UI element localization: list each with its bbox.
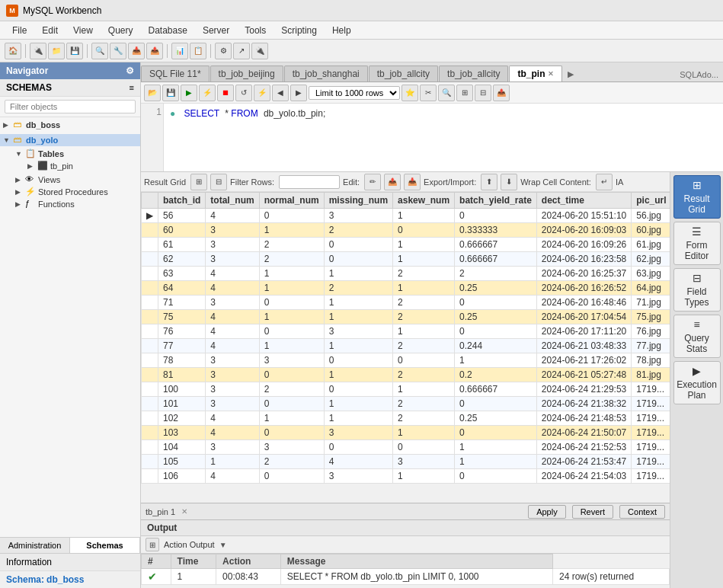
limit-select[interactable]: Limit to 1000 rows Limit to 500 rows Don… (309, 86, 400, 100)
import-button[interactable]: 📥 (404, 174, 421, 190)
schemas-config-icon[interactable]: ≡ (130, 83, 134, 92)
new-connection-button[interactable]: 🔌 (30, 43, 46, 59)
col-dect-time[interactable]: dect_time (536, 193, 631, 209)
table-row[interactable]: 76403102024-06-20 17:11:2076.jpg (142, 324, 670, 339)
tab-close-tb-pin[interactable]: ✕ (548, 70, 554, 78)
table-row[interactable]: 10241120.252024-06-24 21:48:531719... (142, 411, 670, 426)
col-batch-id[interactable]: batch_id (158, 193, 206, 209)
export-button[interactable]: 📤 (384, 174, 401, 190)
format-button[interactable]: ⊞ (456, 85, 473, 101)
table-row[interactable]: 63411222024-06-20 16:25:3763.jpg (142, 267, 670, 281)
execution-plan-side-btn[interactable]: ▶ Execution Plan (673, 361, 721, 404)
table-row[interactable]: 7541120.252024-06-20 17:04:5475.jpg (142, 310, 670, 324)
extra-button[interactable]: 🔌 (251, 43, 268, 59)
perf-report-button[interactable]: 📋 (190, 43, 206, 59)
result-grid-side-btn[interactable]: ⊞ Result Grid (673, 175, 721, 219)
previous-button[interactable]: ↺ (235, 85, 252, 101)
output-icon-btn[interactable]: ⊞ (146, 538, 159, 551)
menu-query[interactable]: Query (102, 24, 139, 37)
menu-edit[interactable]: Edit (36, 24, 64, 37)
refresh-button[interactable]: ⚡ (254, 85, 270, 101)
export2-button[interactable]: ⬆ (481, 174, 497, 190)
table-row[interactable]: 6132010.6666672024-06-20 16:09:2661.jpg (142, 238, 670, 252)
menu-file[interactable]: File (6, 24, 33, 37)
form-view-button[interactable]: ⊟ (210, 174, 227, 190)
tab-more-button[interactable]: ▶ (563, 67, 578, 81)
wrap-button[interactable]: ↵ (596, 174, 613, 190)
table-row[interactable]: 103403102024-06-24 21:50:071719... (142, 426, 670, 440)
table-row[interactable]: 6031200.3333332024-06-20 16:09:0360.jpg (142, 223, 670, 238)
table-row[interactable]: 104330012024-06-24 21:52:531719... (142, 440, 670, 455)
edit-pencil-button[interactable]: ✏ (364, 174, 381, 190)
col-askew-num[interactable]: askew_num (393, 193, 455, 209)
tab-tb-job-allcity-1[interactable]: tb_job_allcity (369, 66, 438, 81)
tab-tb-pin[interactable]: tb_pin ✕ (509, 66, 562, 81)
settings-button[interactable]: ⊟ (475, 85, 491, 101)
explain-button[interactable]: 🔍 (438, 85, 455, 101)
execute-button[interactable]: ▶ (181, 85, 197, 101)
open-sql-button[interactable]: 📂 (144, 85, 161, 101)
apply-button[interactable]: Apply (528, 505, 566, 519)
action-output-dropdown[interactable]: ▼ (219, 541, 227, 549)
perf-dashboard-button[interactable]: 📊 (171, 43, 188, 59)
next-page-button[interactable]: ▶ (290, 85, 307, 101)
menu-view[interactable]: View (67, 24, 99, 37)
schema-row-db-yolo[interactable]: ▼ 🗃 db_yolo (0, 134, 140, 146)
table-row[interactable]: 78330012024-06-21 17:26:0278.jpg (142, 353, 670, 368)
save-sql-button[interactable]: 💾 (162, 85, 179, 101)
execute-current-button[interactable]: ⚡ (199, 85, 216, 101)
data-table-container[interactable]: batch_id total_num normal_num missing_nu… (141, 192, 670, 503)
tables-row[interactable]: ▼ 📋 Tables (12, 148, 140, 160)
col-normal-num[interactable]: normal_num (259, 193, 324, 209)
result-tab-close[interactable]: ✕ (181, 507, 187, 516)
schema-button[interactable]: 🔍 (91, 43, 108, 59)
table-row[interactable]: 6232010.6666672024-06-20 16:23:5862.jpg (142, 252, 670, 267)
migrate-button[interactable]: ↗ (233, 43, 250, 59)
save-button[interactable]: 💾 (66, 43, 83, 59)
table-row[interactable]: 105124312024-06-24 21:53:471719... (142, 455, 670, 469)
schemas-tab[interactable]: Schemas (70, 538, 140, 553)
table-row[interactable]: ▶56403102024-06-20 15:51:1056.jpg (142, 209, 670, 223)
tab-scroll-right[interactable]: SQLAdo... (675, 68, 723, 81)
output-button[interactable]: 📤 (493, 85, 510, 101)
query-stats-side-btn[interactable]: ≡ Query Stats (673, 315, 721, 358)
menu-scripting[interactable]: Scripting (275, 24, 323, 37)
tab-tb-job-allcity-2[interactable]: tb_job_allcity (439, 66, 508, 81)
home-button[interactable]: 🏠 (5, 43, 21, 59)
col-batch-yield-rate[interactable]: batch_yield_rate (455, 193, 537, 209)
form-editor-side-btn[interactable]: ☰ Form Editor (673, 222, 721, 265)
field-types-side-btn[interactable]: ⊟ Field Types (673, 268, 721, 312)
table-row[interactable]: 101301202024-06-24 21:38:321719... (142, 397, 670, 411)
prev-page-button[interactable]: ◀ (272, 85, 289, 101)
result-tab-label[interactable]: tb_pin 1 (146, 507, 175, 516)
tab-tb-job-beijing[interactable]: tb_job_beijing (210, 66, 283, 81)
nav-config-icon[interactable]: ⚙ (126, 66, 134, 76)
data-import-button[interactable]: 📥 (128, 43, 145, 59)
manage-conn-button[interactable]: ⚙ (215, 43, 232, 59)
table-row[interactable]: 8130120.22024-06-21 05:27:4881.jpg (142, 368, 670, 382)
context-button[interactable]: Context (619, 505, 665, 519)
revert-button[interactable]: Revert (572, 505, 613, 519)
stop-button[interactable]: ⏹ (217, 85, 234, 101)
import2-button[interactable]: ⬇ (501, 174, 517, 190)
col-missing-num[interactable]: missing_num (324, 193, 392, 209)
filter-input[interactable] (5, 100, 136, 113)
functions-row[interactable]: ▶ ƒ Functions (12, 198, 140, 210)
menu-server[interactable]: Server (197, 24, 235, 37)
schema-row-db-boss[interactable]: ▶ 🗃 db_boss (0, 119, 140, 131)
inspect-button[interactable]: 🔧 (110, 43, 126, 59)
table-row[interactable]: 10032010.6666672024-06-24 21:29:531719..… (142, 382, 670, 397)
col-total-num[interactable]: total_num (206, 193, 259, 209)
sql-content[interactable]: ● SELECT * FROM db_yolo.tb_pin; (164, 104, 723, 171)
grid-view-button[interactable]: ⊞ (190, 174, 207, 190)
menu-database[interactable]: Database (142, 24, 194, 37)
filter-rows-input[interactable] (279, 175, 340, 189)
bookmark-button[interactable]: ⭐ (401, 85, 418, 101)
menu-help[interactable]: Help (326, 24, 357, 37)
open-button[interactable]: 📁 (48, 43, 65, 59)
views-row[interactable]: ▶ 👁 Views (12, 174, 140, 186)
tab-tb-job-shanghai[interactable]: tb_job_shanghai (284, 66, 368, 81)
stored-procedures-row[interactable]: ▶ ⚡ Stored Procedures (12, 186, 140, 198)
table-tb-pin-row[interactable]: ▶ ⬛ tb_pin (24, 160, 140, 172)
data-export-button[interactable]: 📤 (146, 43, 163, 59)
